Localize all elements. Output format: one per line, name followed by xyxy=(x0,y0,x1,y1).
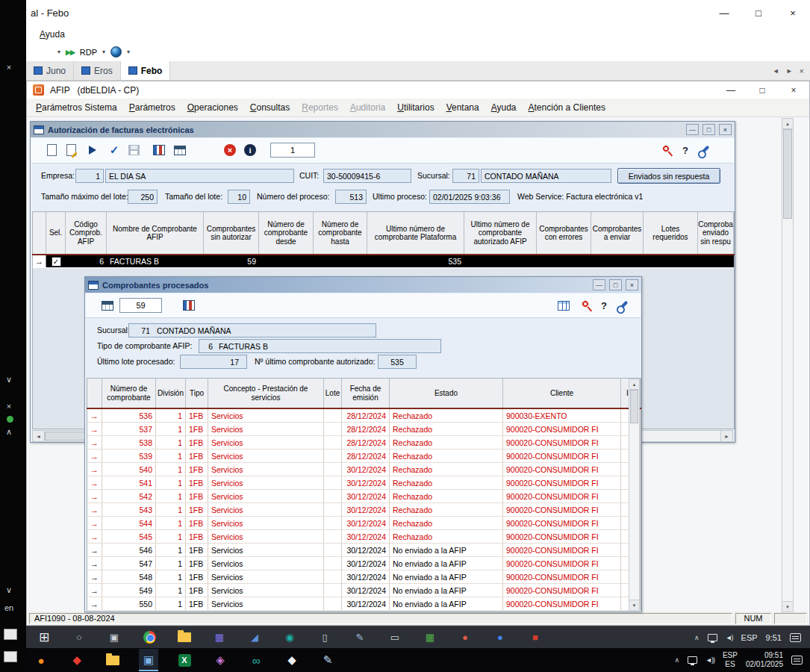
monitor-app-icon[interactable]: ▭ xyxy=(386,628,404,647)
character-app-icon[interactable]: ◈ xyxy=(211,649,230,671)
save-button[interactable] xyxy=(125,142,142,158)
clock[interactable]: 09:51 02/01/2025 xyxy=(746,651,783,670)
close-button[interactable]: × xyxy=(626,279,638,290)
file-explorer-icon[interactable] xyxy=(175,628,193,647)
browser-app-icon[interactable]: ● xyxy=(491,628,509,647)
task-view-icon[interactable]: ▣ xyxy=(105,628,123,647)
table-row[interactable]: → 545 1 1FB Servicios 30/12/2024 Rechaza… xyxy=(87,530,641,544)
clock[interactable]: 9:51 xyxy=(766,633,782,642)
search-icon[interactable]: ○ xyxy=(70,628,88,647)
minimize-button[interactable]: — xyxy=(593,279,605,290)
table-row[interactable]: → 549 1 1FB Servicios 30/12/2024 No envi… xyxy=(87,584,641,597)
ultimo-proceso-field[interactable]: 02/01/2025 9:03:36 xyxy=(429,190,510,204)
close-icon[interactable]: × xyxy=(2,63,16,72)
maximize-button[interactable]: □ xyxy=(702,124,715,135)
notification-icon[interactable] xyxy=(790,633,801,642)
scroll-thumb[interactable] xyxy=(783,129,792,219)
close-button[interactable]: × xyxy=(778,82,809,99)
table-row[interactable]: → 538 1 1FB Servicios 28/12/2024 Rechaza… xyxy=(87,436,641,449)
tray-expand-icon[interactable]: ∧ xyxy=(694,634,700,641)
photos-app-icon[interactable]: ▦ xyxy=(211,628,228,647)
minimize-button[interactable]: — xyxy=(686,124,699,135)
web-app-icon[interactable]: ◉ xyxy=(281,628,299,647)
connect-icon[interactable]: ▶▶ xyxy=(66,49,75,56)
menu-operaciones[interactable]: Operaciones xyxy=(181,102,244,113)
tamano-lote-field[interactable]: 10 xyxy=(228,190,250,204)
tab-eros[interactable]: Eros xyxy=(74,61,121,80)
scroll-tabs-right-icon[interactable]: ► xyxy=(786,67,793,75)
maximize-button[interactable]: □ xyxy=(609,279,622,290)
key-button[interactable] xyxy=(577,297,594,314)
scroll-right-icon[interactable]: ► xyxy=(720,431,732,441)
menu-reportes[interactable]: Reportes xyxy=(296,102,344,113)
ledger-button[interactable] xyxy=(181,297,197,314)
window-titlebar[interactable]: al - Febo — □ × xyxy=(26,0,810,26)
menu-ayuda[interactable]: Ayuda xyxy=(485,102,523,113)
maximize-button[interactable]: □ xyxy=(747,82,778,99)
scroll-tabs-left-icon[interactable]: ◄ xyxy=(773,67,779,75)
autorizacion-titlebar[interactable]: Autorización de facturas electrónicas — … xyxy=(31,122,735,137)
tray-expand-icon[interactable]: ∧ xyxy=(674,656,679,664)
menu-auditoria[interactable]: Auditoria xyxy=(344,102,391,113)
language-indicator[interactable]: en xyxy=(2,603,16,612)
close-tab-icon[interactable]: × xyxy=(800,66,804,75)
export-grid-button[interactable] xyxy=(172,142,188,158)
scroll-down-icon[interactable]: ▼ xyxy=(782,601,793,612)
new-button[interactable] xyxy=(43,142,60,158)
table-row[interactable]: → 539 1 1FB Servicios 28/12/2024 Rechaza… xyxy=(87,449,641,463)
mail-app-icon[interactable]: ● xyxy=(456,628,474,647)
tab-juno[interactable]: Juno xyxy=(26,61,74,80)
sucursal-name-field[interactable]: CONTADO MAÑANA xyxy=(481,169,611,183)
tab-febo[interactable]: Febo xyxy=(121,61,171,80)
table-row[interactable]: → 548 1 1FB Servicios 30/12/2024 No envi… xyxy=(87,570,641,584)
table-row[interactable]: → 540 1 1FB Servicios 30/12/2024 Rechaza… xyxy=(87,463,641,476)
help-button[interactable]: ? xyxy=(596,297,612,314)
scroll-thumb[interactable] xyxy=(630,390,638,423)
connection-globe-icon[interactable] xyxy=(110,46,122,57)
tools-button[interactable] xyxy=(697,142,713,158)
infinity-app-icon[interactable]: ∞ xyxy=(246,649,266,671)
mdi-vertical-scrollbar[interactable]: ▲ ▼ xyxy=(782,118,794,612)
table-row[interactable]: → 544 1 1FB Servicios 30/12/2024 Rechaza… xyxy=(87,517,641,530)
menu-atención-a-clientes[interactable]: Atención a Clientes xyxy=(523,102,611,113)
sucursal-number-field[interactable]: 71 xyxy=(452,169,479,183)
rdp-app-icon[interactable]: ▣ xyxy=(139,649,158,671)
table-row[interactable]: → 541 1 1FB Servicios 30/12/2024 Rechaza… xyxy=(87,476,641,490)
language-indicator[interactable]: ESP xyxy=(741,633,758,642)
rdp-menu-button[interactable]: RDP xyxy=(80,48,97,57)
folder-icon[interactable] xyxy=(103,649,122,671)
export-grid-button[interactable] xyxy=(99,297,116,314)
tipo-comprobante-field[interactable]: 6 FACTURAS B xyxy=(199,339,441,353)
table-row[interactable]: → 547 1 1FB Servicios 30/12/2024 No envi… xyxy=(87,557,641,570)
table-row[interactable]: → 550 1 1FB Servicios 30/12/2024 No envi… xyxy=(87,597,641,611)
firefox-icon[interactable]: ● xyxy=(31,649,51,671)
volume-icon[interactable]: ◄) xyxy=(726,634,733,641)
tamano-maximo-field[interactable]: 250 xyxy=(128,190,158,204)
edit-button[interactable] xyxy=(63,142,79,158)
table-row[interactable]: → 537 1 1FB Servicios 28/12/2024 Rechaza… xyxy=(87,423,641,436)
info-button[interactable]: i xyxy=(242,142,258,158)
scroll-up-icon[interactable]: ▲ xyxy=(782,119,793,129)
tools-button[interactable] xyxy=(615,297,632,314)
empresa-name-field[interactable]: EL DIA SA xyxy=(105,169,294,183)
notification-icon[interactable] xyxy=(791,656,803,665)
afip-titlebar[interactable]: AFIP (dbELDIA - CP) — □ × xyxy=(27,81,809,99)
vertical-scrollbar[interactable]: ▲ ▼ xyxy=(629,379,640,611)
scroll-up-icon[interactable]: ▲ xyxy=(629,379,639,390)
scroll-down-icon[interactable]: ▼ xyxy=(629,600,639,610)
taskbar-item[interactable] xyxy=(4,651,17,662)
menu-utilitarios[interactable]: Utilitarios xyxy=(391,102,440,113)
menu-parámetros-sistema[interactable]: Parámetros Sistema xyxy=(30,102,123,113)
help-button[interactable]: ? xyxy=(677,142,694,158)
minimize-button[interactable]: — xyxy=(715,82,747,99)
menu-consultas[interactable]: Consultas xyxy=(244,102,296,113)
krita-icon[interactable]: ◆ xyxy=(282,649,302,671)
maximize-button[interactable]: □ xyxy=(741,1,776,26)
cancel-button[interactable]: × xyxy=(222,142,238,158)
editor-app-icon[interactable]: ✎ xyxy=(351,628,369,647)
empresa-number-field[interactable]: 1 xyxy=(75,169,104,183)
ledger-button[interactable] xyxy=(151,142,167,158)
design-app-icon[interactable]: ◆ xyxy=(67,649,87,671)
chevron-down-icon[interactable]: ∨ xyxy=(2,375,16,385)
table-view-button[interactable] xyxy=(555,297,572,314)
